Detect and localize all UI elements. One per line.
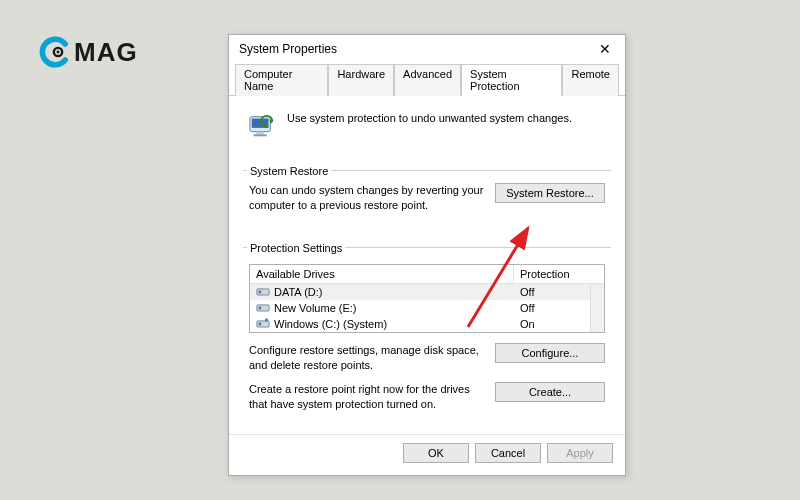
- tab-hardware[interactable]: Hardware: [328, 64, 394, 96]
- tab-remote[interactable]: Remote: [562, 64, 619, 96]
- drive-icon: [256, 286, 270, 297]
- create-description: Create a restore point right now for the…: [249, 382, 485, 412]
- protection-settings-group: Protection Settings Available Drives Pro…: [243, 235, 611, 422]
- dialog-title: System Properties: [239, 42, 337, 56]
- table-row[interactable]: Windows (C:) (System) On: [250, 316, 604, 332]
- table-row[interactable]: DATA (D:) Off: [250, 284, 604, 300]
- svg-rect-9: [259, 307, 262, 310]
- svg-point-1: [57, 51, 60, 54]
- header-drives[interactable]: Available Drives: [250, 265, 514, 283]
- scrollbar[interactable]: [590, 285, 604, 332]
- drive-name: DATA (D:): [274, 286, 322, 298]
- system-restore-button[interactable]: System Restore...: [495, 183, 605, 203]
- intro-text: Use system protection to undo unwanted s…: [287, 112, 572, 124]
- drives-header: Available Drives Protection: [250, 265, 604, 284]
- svg-point-12: [265, 318, 269, 322]
- system-properties-dialog: System Properties ✕ Computer Name Hardwa…: [228, 34, 626, 476]
- drive-icon: [256, 318, 270, 329]
- tab-computer-name[interactable]: Computer Name: [235, 64, 328, 96]
- create-button[interactable]: Create...: [495, 382, 605, 402]
- logo-text: MAG: [74, 37, 138, 68]
- restore-description: You can undo system changes by reverting…: [249, 183, 485, 213]
- system-restore-label: System Restore: [247, 165, 331, 177]
- brand-logo: MAG: [38, 36, 138, 68]
- svg-rect-11: [259, 323, 262, 326]
- drive-name: Windows (C:) (System): [274, 318, 387, 330]
- system-protection-icon: [247, 112, 277, 140]
- drive-icon: [256, 302, 270, 313]
- header-protection[interactable]: Protection: [514, 265, 604, 283]
- configure-description: Configure restore settings, manage disk …: [249, 343, 485, 373]
- table-row[interactable]: New Volume (E:) Off: [250, 300, 604, 316]
- protection-settings-label: Protection Settings: [247, 242, 345, 254]
- apply-button[interactable]: Apply: [547, 443, 613, 463]
- dialog-footer: OK Cancel Apply: [229, 434, 625, 475]
- ok-button[interactable]: OK: [403, 443, 469, 463]
- tab-strip: Computer Name Hardware Advanced System P…: [229, 61, 625, 96]
- cancel-button[interactable]: Cancel: [475, 443, 541, 463]
- svg-rect-4: [256, 132, 263, 135]
- titlebar: System Properties ✕: [229, 35, 625, 61]
- svg-rect-7: [259, 291, 262, 294]
- logo-c-icon: [38, 36, 70, 68]
- system-restore-group: System Restore You can undo system chang…: [243, 158, 611, 231]
- drives-table[interactable]: Available Drives Protection DATA (D:) Of…: [249, 264, 605, 333]
- drive-name: New Volume (E:): [274, 302, 357, 314]
- close-icon[interactable]: ✕: [593, 41, 617, 57]
- configure-button[interactable]: Configure...: [495, 343, 605, 363]
- intro-row: Use system protection to undo unwanted s…: [243, 106, 611, 154]
- tab-system-protection[interactable]: System Protection: [461, 64, 562, 96]
- svg-rect-5: [254, 134, 267, 136]
- tab-advanced[interactable]: Advanced: [394, 64, 461, 96]
- tab-content: Use system protection to undo unwanted s…: [229, 96, 625, 430]
